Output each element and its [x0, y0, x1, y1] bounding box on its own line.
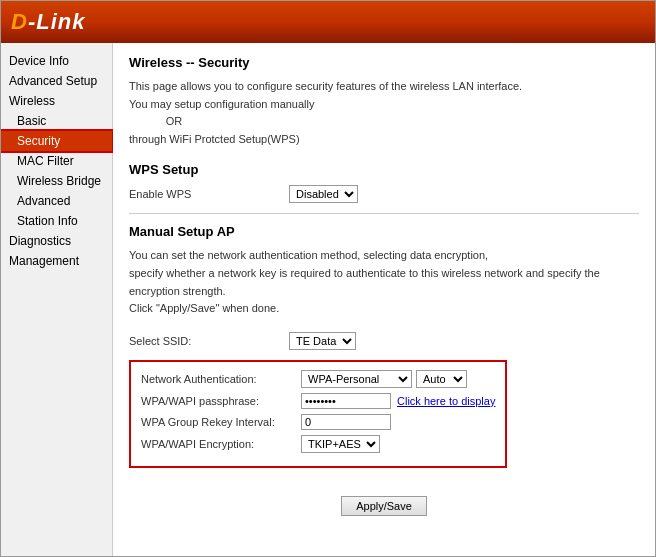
logo-link: -Link	[28, 9, 86, 34]
sidebar-item-advanced-setup[interactable]: Advanced Setup	[1, 71, 112, 91]
click-display-link[interactable]: Click here to display	[397, 395, 495, 407]
divider1	[129, 213, 639, 214]
enable-wps-select[interactable]: Disabled Enabled	[289, 185, 358, 203]
wpa-rekey-label: WPA Group Rekey Interval:	[141, 416, 301, 428]
wpa-encryption-row: WPA/WAPI Encryption: TKIP+AES TKIP AES	[141, 435, 495, 453]
network-auth-sub-select[interactable]: Auto TKIP AES	[416, 370, 467, 388]
manual-description: You can set the network authentication m…	[129, 247, 639, 317]
page-title: Wireless -- Security	[129, 55, 639, 70]
sidebar-item-wireless-bridge[interactable]: Wireless Bridge	[1, 171, 112, 191]
wpa-passphrase-input[interactable]	[301, 393, 391, 409]
apply-save-button[interactable]: Apply/Save	[341, 496, 427, 516]
sidebar-item-basic[interactable]: Basic	[1, 111, 112, 131]
ssid-label: Select SSID:	[129, 335, 289, 347]
network-auth-label: Network Authentication:	[141, 373, 301, 385]
dlink-logo: D-Link	[11, 9, 85, 35]
enable-wps-row: Enable WPS Disabled Enabled	[129, 185, 639, 203]
wps-section-header: WPS Setup	[129, 162, 639, 177]
header: D-Link	[1, 1, 655, 43]
sidebar-item-diagnostics[interactable]: Diagnostics	[1, 231, 112, 251]
wpa-passphrase-label: WPA/WAPI passphrase:	[141, 395, 301, 407]
page-description: This page allows you to configure securi…	[129, 78, 639, 148]
main-layout: Device Info Advanced Setup Wireless Basi…	[1, 43, 655, 557]
wpa-encryption-label: WPA/WAPI Encryption:	[141, 438, 301, 450]
select-ssid-row: Select SSID: TE Data	[129, 332, 639, 350]
network-auth-row: Network Authentication: WPA-Personal WPA…	[141, 370, 495, 388]
network-auth-select[interactable]: WPA-Personal WPA2-Personal WPA-Enterpris…	[301, 370, 412, 388]
content-area: Wireless -- Security This page allows yo…	[113, 43, 655, 557]
security-config-box: Network Authentication: WPA-Personal WPA…	[129, 360, 507, 468]
sidebar-item-station-info[interactable]: Station Info	[1, 211, 112, 231]
wpa-rekey-input[interactable]	[301, 414, 391, 430]
logo-d: D	[11, 9, 28, 34]
sidebar-item-security[interactable]: Security	[1, 131, 112, 151]
sidebar: Device Info Advanced Setup Wireless Basi…	[1, 43, 113, 557]
wpa-passphrase-row: WPA/WAPI passphrase: Click here to displ…	[141, 393, 495, 409]
apply-row: Apply/Save	[129, 496, 639, 516]
manual-section-header: Manual Setup AP	[129, 224, 639, 239]
sidebar-item-mac-filter[interactable]: MAC Filter	[1, 151, 112, 171]
wpa-encryption-select[interactable]: TKIP+AES TKIP AES	[301, 435, 380, 453]
ssid-select[interactable]: TE Data	[289, 332, 356, 350]
enable-wps-label: Enable WPS	[129, 188, 289, 200]
sidebar-item-advanced[interactable]: Advanced	[1, 191, 112, 211]
sidebar-item-wireless[interactable]: Wireless	[1, 91, 112, 111]
sidebar-item-device-info[interactable]: Device Info	[1, 51, 112, 71]
wpa-rekey-row: WPA Group Rekey Interval:	[141, 414, 495, 430]
sidebar-item-management[interactable]: Management	[1, 251, 112, 271]
